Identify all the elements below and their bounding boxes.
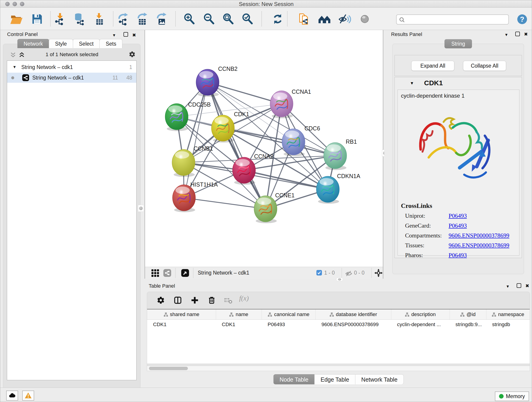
zoom-out-button[interactable] xyxy=(202,12,215,26)
network-row-selected[interactable]: String Network – cdk1 11 48 xyxy=(7,73,136,83)
delete-column-trash-icon[interactable] xyxy=(208,296,216,304)
tab-network-table[interactable]: Network Table xyxy=(355,374,404,384)
network-canvas[interactable]: CCNB2CCNA1CDC25BCDK1CDC6RB1CCNB1CCNA2CDK… xyxy=(145,30,383,279)
save-floppy-icon xyxy=(31,12,44,26)
left-splitter-handle[interactable] xyxy=(138,205,144,212)
crosslink-value-link[interactable]: 9606.ENSP00000378699 xyxy=(449,242,509,249)
column-type-icon xyxy=(405,313,409,317)
selected-nodes-checkbox-icon[interactable] xyxy=(317,270,322,275)
network-node-label: CDC25B xyxy=(188,101,211,108)
float-panel-icon[interactable] xyxy=(517,283,521,288)
float-panel-icon[interactable] xyxy=(515,32,520,36)
network-edge[interactable] xyxy=(184,198,266,209)
search-input[interactable] xyxy=(407,15,506,24)
export-table-button[interactable] xyxy=(136,12,149,26)
create-column-plus-icon[interactable] xyxy=(191,296,199,304)
import-network-file-button[interactable] xyxy=(53,12,67,26)
memory-button[interactable]: Memory xyxy=(495,391,529,401)
network-collection-label: String Network – cdk1 xyxy=(21,64,73,70)
close-panel-icon[interactable]: ✖ xyxy=(132,32,136,38)
column-header[interactable]: canonical name xyxy=(262,309,316,319)
save-session-button[interactable] xyxy=(31,12,44,26)
tab-style[interactable]: Style xyxy=(49,39,73,48)
export-image-button[interactable] xyxy=(155,12,168,26)
panel-menu-caret-icon[interactable]: ▾ xyxy=(113,32,115,38)
crosslink-value-link[interactable]: P06493 xyxy=(449,222,467,229)
birds-eye-view-icon[interactable] xyxy=(181,269,189,277)
tab-network[interactable]: Network xyxy=(17,39,49,48)
expand-all-button[interactable]: Expand All xyxy=(411,61,454,71)
toolbar-separator xyxy=(50,11,51,26)
tab-sets[interactable]: Sets xyxy=(99,39,122,48)
fit-selected-crosshair-icon[interactable] xyxy=(374,269,383,277)
crosslink-value-link[interactable]: 9606.ENSP00000378699 xyxy=(449,232,509,239)
network-node-label: CCNE1 xyxy=(275,192,295,198)
share-view-icon[interactable] xyxy=(163,269,171,277)
column-header[interactable]: namespace xyxy=(486,309,530,319)
table-options-gear-icon[interactable] xyxy=(157,296,165,304)
export-network-icon xyxy=(117,12,130,26)
zoom-fit-button[interactable] xyxy=(222,12,235,26)
column-header[interactable]: shared name xyxy=(147,309,216,319)
warnings-button[interactable] xyxy=(22,390,34,401)
table-cell: 9606.ENSP00000378699 xyxy=(316,319,391,330)
column-header[interactable]: @id xyxy=(450,309,486,319)
clone-network-button[interactable] xyxy=(297,12,310,26)
zoom-selected-button[interactable] xyxy=(241,12,254,26)
crosslink-row: Pharos:P06493 xyxy=(405,252,517,259)
crosslink-row: Uniprot:P06493 xyxy=(405,212,517,219)
close-panel-icon[interactable]: ✖ xyxy=(525,283,529,288)
import-network-database-button[interactable] xyxy=(73,12,86,26)
open-session-button[interactable] xyxy=(9,12,23,26)
network-options-gear-icon[interactable] xyxy=(129,51,136,58)
crosslinks-section: CrossLinks Uniprot:P06493GeneCard:P06493… xyxy=(401,202,517,262)
table-panel-title: Table Panel xyxy=(149,283,175,289)
zoom-in-button[interactable] xyxy=(183,12,196,26)
cloud-status-button[interactable] xyxy=(6,390,18,401)
crosslink-value-link[interactable]: P06493 xyxy=(449,212,467,219)
zoom-selected-icon xyxy=(241,12,254,26)
tree-expand-icon[interactable]: ▼ xyxy=(13,65,17,70)
node-count: 11 xyxy=(113,75,118,81)
help-button[interactable]: ? xyxy=(516,13,528,25)
show-columns-icon[interactable] xyxy=(174,296,182,304)
tab-select[interactable]: Select xyxy=(73,39,100,48)
network-edge[interactable] xyxy=(208,82,266,209)
network-edge[interactable] xyxy=(184,82,208,198)
panel-menu-caret-icon[interactable]: ▾ xyxy=(505,32,507,37)
network-node-label: RB1 xyxy=(346,138,357,145)
hide-selected-button[interactable] xyxy=(338,12,351,26)
table-row[interactable]: CDK1CDK1P064939606.ENSP00000378699cyclin… xyxy=(147,319,530,330)
network-edge[interactable] xyxy=(244,170,328,189)
column-header[interactable]: database identifier xyxy=(316,309,391,319)
close-panel-icon[interactable]: ✖ xyxy=(524,32,528,37)
import-network-icon xyxy=(53,12,67,26)
delete-table-icon[interactable] xyxy=(224,296,232,304)
hidden-counts: 0 - 0 xyxy=(354,270,365,276)
crosslink-value-link[interactable]: P06493 xyxy=(449,252,467,259)
column-header[interactable]: description xyxy=(391,309,450,319)
entry-collapse-caret-icon[interactable]: ▼ xyxy=(410,81,414,86)
tab-node-table[interactable]: Node Table xyxy=(273,374,315,384)
bottom-splitter-handle[interactable] xyxy=(336,278,343,281)
apply-layout-button[interactable] xyxy=(271,12,284,26)
panel-menu-caret-icon[interactable]: ▾ xyxy=(507,283,509,289)
column-header[interactable]: name xyxy=(216,309,262,319)
show-all-button[interactable] xyxy=(358,12,371,26)
separator xyxy=(342,268,342,278)
grid-view-icon[interactable] xyxy=(152,269,159,277)
hidden-eye-slash-icon[interactable] xyxy=(345,270,353,278)
network-collection-row[interactable]: ▼ String Network – cdk1 1 xyxy=(7,63,136,72)
warning-icon xyxy=(25,392,32,399)
function-builder-icon[interactable]: f(x) xyxy=(239,294,249,303)
export-table-icon xyxy=(136,12,149,26)
crosslink-label: Pharos: xyxy=(405,252,449,259)
tab-string[interactable]: String xyxy=(444,39,472,48)
float-panel-icon[interactable] xyxy=(123,32,128,37)
export-network-button[interactable] xyxy=(117,12,130,26)
table-horizontal-scrollbar[interactable] xyxy=(147,366,530,371)
collapse-all-button[interactable]: Collapse All xyxy=(463,61,506,71)
tab-edge-table[interactable]: Edge Table xyxy=(314,374,355,384)
show-graphics-details-button[interactable] xyxy=(318,12,331,26)
import-table-file-button[interactable] xyxy=(93,12,106,26)
